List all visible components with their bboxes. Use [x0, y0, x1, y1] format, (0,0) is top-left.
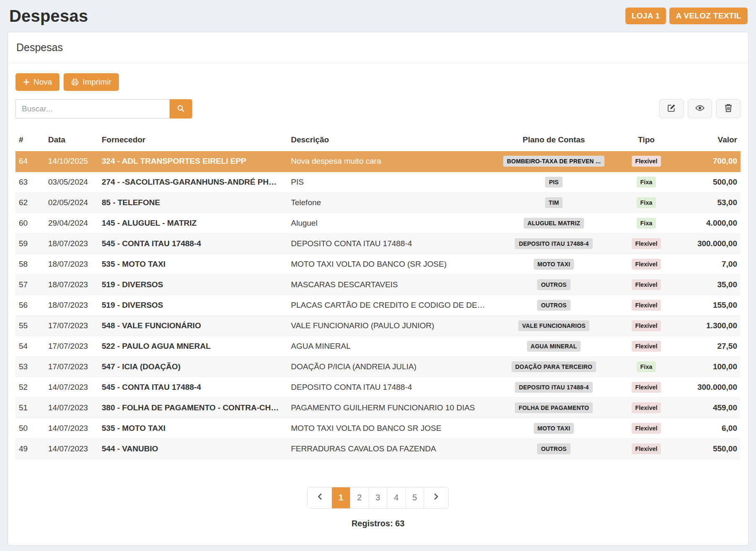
type-badge: Flexível — [632, 320, 661, 331]
search-input[interactable] — [15, 99, 170, 118]
edit-square-icon — [667, 103, 676, 114]
col-description: Descrição — [288, 131, 493, 151]
row-id: 53 — [15, 356, 45, 377]
row-supplier: 380 - FOLHA DE PAGAMENTO - CONTRA-CH… — [98, 397, 288, 418]
expense-rows: 64 14/10/2025 324 - ADL TRANSPORTES EIRE… — [15, 151, 741, 459]
card-body: Nova Imprimir — [8, 73, 748, 545]
row-date: 14/07/2023 — [45, 377, 98, 397]
store-button[interactable]: LOJA 1 — [625, 8, 666, 24]
table-row[interactable]: 64 14/10/2025 324 - ADL TRANSPORTES EIRE… — [15, 151, 741, 172]
row-date: 14/07/2023 — [45, 438, 98, 459]
table-row[interactable]: 52 14/07/2023 545 - CONTA ITAU 17488-4 D… — [15, 377, 741, 397]
type-badge: Flexível — [632, 156, 661, 167]
row-id: 59 — [15, 233, 45, 254]
pagination-prev[interactable] — [308, 487, 332, 508]
row-supplier: 545 - CONTA ITAU 17488-4 — [98, 377, 288, 397]
table-row[interactable]: 56 18/07/2023 519 - DIVERSOS PLACAS CART… — [15, 295, 741, 315]
table-row[interactable]: 59 18/07/2023 545 - CONTA ITAU 17488-4 D… — [15, 233, 741, 254]
row-value: 550,00 — [678, 438, 741, 459]
row-value: 6,00 — [678, 418, 741, 438]
table-row[interactable]: 58 18/07/2023 535 - MOTO TAXI MOTO TAXI … — [15, 254, 741, 274]
row-supplier: 145 - ALUGUEL - MATRIZ — [98, 213, 288, 233]
type-badge: Fixa — [637, 197, 656, 208]
row-id: 64 — [15, 151, 45, 172]
eye-icon — [695, 103, 705, 114]
row-id: 57 — [15, 274, 45, 295]
toolbar: Nova Imprimir — [15, 73, 741, 91]
type-badge: Fixa — [637, 361, 656, 372]
edit-button[interactable] — [659, 99, 684, 118]
table-header: # Data Fornecedor Descrição Plano de Con… — [15, 131, 741, 151]
row-date: 18/07/2023 — [45, 233, 98, 254]
records-count: Registros: 63 — [352, 519, 405, 528]
row-value: 1.300,00 — [678, 315, 741, 336]
row-description: PAGAMENTO GUILHERM FUNCIONARIO 10 DIAS — [288, 397, 493, 418]
pagination-page-5[interactable]: 5 — [406, 487, 424, 508]
row-value: 100,00 — [678, 356, 741, 377]
view-button[interactable] — [688, 99, 712, 118]
row-id: 56 — [15, 295, 45, 315]
row-date: 18/07/2023 — [45, 274, 98, 295]
plan-badge: MOTO TAXI — [534, 259, 574, 270]
row-supplier: 535 - MOTO TAXI — [98, 418, 288, 438]
pagination-page-4[interactable]: 4 — [387, 487, 406, 508]
type-badge: Flexível — [632, 279, 661, 290]
print-button[interactable]: Imprimir — [64, 73, 119, 91]
table-row[interactable]: 51 14/07/2023 380 - FOLHA DE PAGAMENTO -… — [15, 397, 741, 418]
row-date: 29/04/2024 — [45, 213, 98, 233]
table-row[interactable]: 54 17/07/2023 522 - PAULO AGUA MNERAL AG… — [15, 336, 741, 356]
row-description: DEPOSITO CONTA ITAU 17488-4 — [288, 233, 493, 254]
plan-badge: PIS — [545, 177, 562, 188]
row-supplier: 545 - CONTA ITAU 17488-4 — [98, 233, 288, 254]
table-row[interactable]: 53 17/07/2023 547 - ICIA (DOAÇÃO) DOAÇÃO… — [15, 356, 741, 377]
card-title: Despesas — [8, 32, 748, 63]
new-expense-label: Nova — [33, 77, 52, 87]
row-date: 03/05/2024 — [45, 172, 98, 192]
row-id: 52 — [15, 377, 45, 397]
row-date: 14/10/2025 — [45, 151, 98, 172]
row-id: 55 — [15, 315, 45, 336]
row-description: PIS — [288, 172, 493, 192]
table-row[interactable]: 63 03/05/2024 274 - -SACOLITAS-GARANHUNS… — [15, 172, 741, 192]
row-value: 155,00 — [678, 295, 741, 315]
col-supplier: Fornecedor — [98, 131, 288, 151]
pagination-page-2[interactable]: 2 — [350, 487, 369, 508]
plan-badge: MOTO TAXI — [534, 423, 574, 434]
plan-badge: FOLHA DE PAGAMENTO — [515, 402, 593, 413]
type-badge: Flexível — [632, 341, 661, 352]
top-bar: Despesas LOJA 1 A VELOZ TEXTIL — [0, 0, 756, 32]
pagination-area: 12345 Registros: 63 — [15, 487, 741, 528]
col-value: Valor — [678, 131, 741, 151]
table-row[interactable]: 62 02/05/2024 85 - TELEFONE Telefone TIM… — [15, 192, 741, 213]
type-badge: Fixa — [637, 177, 656, 188]
new-expense-button[interactable]: Nova — [15, 73, 59, 91]
table-row[interactable]: 50 14/07/2023 535 - MOTO TAXI MOTO TAXI … — [15, 418, 741, 438]
plan-badge: OUTROS — [537, 443, 570, 454]
type-badge: Flexível — [632, 423, 661, 434]
row-date: 17/07/2023 — [45, 356, 98, 377]
row-supplier: 519 - DIVERSOS — [98, 295, 288, 315]
plan-badge: TIM — [545, 197, 563, 208]
row-date: 14/07/2023 — [45, 418, 98, 438]
trash-icon — [724, 103, 733, 114]
delete-button[interactable] — [716, 99, 741, 118]
pagination-next[interactable] — [424, 487, 448, 508]
table-row[interactable]: 55 17/07/2023 548 - VALE FUNCIONÁRIO VAL… — [15, 315, 741, 336]
plan-badge: DEPOSITO ITAU 17488-4 — [515, 238, 592, 249]
expenses-table: # Data Fornecedor Descrição Plano de Con… — [15, 131, 741, 459]
expenses-card: Despesas Nova Imprimir — [8, 32, 748, 546]
company-button[interactable]: A VELOZ TEXTIL — [669, 8, 748, 24]
pagination-page-1[interactable]: 1 — [332, 487, 350, 508]
table-row[interactable]: 57 18/07/2023 519 - DIVERSOS MASCARAS DE… — [15, 274, 741, 295]
row-value: 53,00 — [678, 192, 741, 213]
row-supplier: 274 - -SACOLITAS-GARANHUNS-ANDRÉ PH… — [98, 172, 288, 192]
type-badge: Flexível — [632, 238, 661, 249]
pagination-page-3[interactable]: 3 — [369, 487, 387, 508]
search-button[interactable] — [170, 99, 192, 118]
table-row[interactable]: 49 14/07/2023 544 - VANUBIO FERRADURAS C… — [15, 438, 741, 459]
row-description: MASCARAS DESCARTAVEIS — [288, 274, 493, 295]
table-row[interactable]: 60 29/04/2024 145 - ALUGUEL - MATRIZ Alu… — [15, 213, 741, 233]
plan-badge: DEPOSITO ITAU 17488-4 — [515, 382, 592, 393]
row-description: Nova despesa muito cara — [288, 151, 493, 172]
row-id: 50 — [15, 418, 45, 438]
